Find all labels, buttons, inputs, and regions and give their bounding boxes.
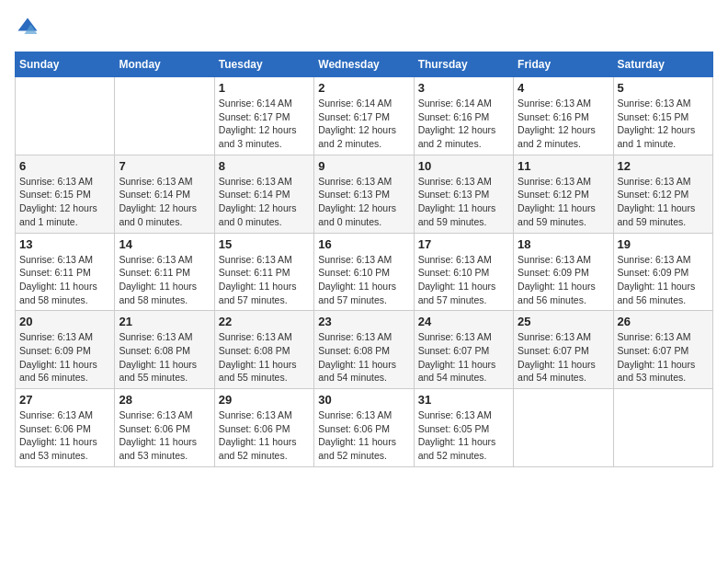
calendar-cell: 21Sunrise: 6:13 AM Sunset: 6:08 PM Dayli…	[115, 311, 214, 389]
day-number: 12	[618, 159, 709, 173]
header-day-friday: Friday	[514, 52, 613, 77]
day-number: 8	[219, 159, 310, 173]
day-detail: Sunrise: 6:13 AM Sunset: 6:09 PM Dayligh…	[518, 253, 609, 307]
day-detail: Sunrise: 6:13 AM Sunset: 6:11 PM Dayligh…	[219, 253, 310, 307]
day-detail: Sunrise: 6:13 AM Sunset: 6:07 PM Dayligh…	[418, 330, 509, 385]
day-number: 14	[119, 237, 210, 251]
header-day-monday: Monday	[115, 52, 214, 77]
day-detail: Sunrise: 6:13 AM Sunset: 6:06 PM Dayligh…	[318, 408, 409, 463]
logo-icon	[15, 15, 40, 40]
day-number: 25	[518, 315, 609, 328]
day-number: 17	[418, 237, 509, 251]
calendar-cell: 7Sunrise: 6:13 AM Sunset: 6:14 PM Daylig…	[115, 155, 214, 233]
svg-marker-0	[18, 18, 38, 31]
calendar-cell: 27Sunrise: 6:13 AM Sunset: 6:06 PM Dayli…	[16, 389, 115, 467]
calendar-cell: 14Sunrise: 6:13 AM Sunset: 6:11 PM Dayli…	[115, 233, 214, 311]
day-detail: Sunrise: 6:13 AM Sunset: 6:08 PM Dayligh…	[219, 330, 310, 385]
day-detail: Sunrise: 6:13 AM Sunset: 6:13 PM Dayligh…	[418, 175, 509, 229]
calendar-cell: 9Sunrise: 6:13 AM Sunset: 6:13 PM Daylig…	[314, 155, 414, 233]
day-detail: Sunrise: 6:13 AM Sunset: 6:10 PM Dayligh…	[318, 253, 409, 307]
calendar-cell: 10Sunrise: 6:13 AM Sunset: 6:13 PM Dayli…	[414, 155, 513, 233]
day-detail: Sunrise: 6:14 AM Sunset: 6:17 PM Dayligh…	[318, 97, 409, 151]
day-detail: Sunrise: 6:13 AM Sunset: 6:11 PM Dayligh…	[119, 253, 210, 307]
day-detail: Sunrise: 6:13 AM Sunset: 6:07 PM Dayligh…	[618, 330, 709, 385]
day-detail: Sunrise: 6:14 AM Sunset: 6:16 PM Dayligh…	[418, 97, 509, 151]
day-number: 15	[219, 237, 310, 251]
calendar-cell: 5Sunrise: 6:13 AM Sunset: 6:15 PM Daylig…	[613, 77, 712, 155]
calendar-cell: 16Sunrise: 6:13 AM Sunset: 6:10 PM Dayli…	[314, 233, 414, 311]
calendar-cell: 1Sunrise: 6:14 AM Sunset: 6:17 PM Daylig…	[214, 77, 313, 155]
day-detail: Sunrise: 6:13 AM Sunset: 6:14 PM Dayligh…	[219, 175, 310, 229]
day-number: 18	[518, 237, 609, 251]
calendar-header: SundayMondayTuesdayWednesdayThursdayFrid…	[16, 52, 713, 77]
header-row: SundayMondayTuesdayWednesdayThursdayFrid…	[16, 52, 713, 77]
day-number: 7	[119, 159, 210, 173]
header-day-saturday: Saturday	[613, 52, 712, 77]
day-number: 24	[418, 315, 509, 328]
week-row-2: 13Sunrise: 6:13 AM Sunset: 6:11 PM Dayli…	[16, 233, 713, 311]
day-detail: Sunrise: 6:13 AM Sunset: 6:10 PM Dayligh…	[418, 253, 509, 307]
day-detail: Sunrise: 6:13 AM Sunset: 6:11 PM Dayligh…	[19, 253, 110, 307]
calendar-cell: 26Sunrise: 6:13 AM Sunset: 6:07 PM Dayli…	[613, 311, 712, 389]
day-number: 4	[518, 81, 609, 95]
week-row-4: 27Sunrise: 6:13 AM Sunset: 6:06 PM Dayli…	[16, 389, 713, 467]
day-detail: Sunrise: 6:13 AM Sunset: 6:07 PM Dayligh…	[518, 330, 609, 385]
calendar-cell: 15Sunrise: 6:13 AM Sunset: 6:11 PM Dayli…	[214, 233, 313, 311]
day-number: 26	[618, 315, 709, 328]
day-detail: Sunrise: 6:13 AM Sunset: 6:06 PM Dayligh…	[19, 408, 110, 463]
day-detail: Sunrise: 6:13 AM Sunset: 6:13 PM Dayligh…	[318, 175, 409, 229]
calendar-table: SundayMondayTuesdayWednesdayThursdayFrid…	[15, 52, 713, 467]
calendar-cell: 3Sunrise: 6:14 AM Sunset: 6:16 PM Daylig…	[414, 77, 513, 155]
day-detail: Sunrise: 6:13 AM Sunset: 6:14 PM Dayligh…	[119, 175, 210, 229]
day-detail: Sunrise: 6:13 AM Sunset: 6:08 PM Dayligh…	[119, 330, 210, 385]
week-row-1: 6Sunrise: 6:13 AM Sunset: 6:15 PM Daylig…	[16, 155, 713, 233]
calendar-cell	[115, 77, 214, 155]
day-number: 16	[318, 237, 409, 251]
day-number: 1	[219, 81, 310, 95]
calendar-cell: 17Sunrise: 6:13 AM Sunset: 6:10 PM Dayli…	[414, 233, 513, 311]
calendar-cell: 28Sunrise: 6:13 AM Sunset: 6:06 PM Dayli…	[115, 389, 214, 467]
calendar-cell: 2Sunrise: 6:14 AM Sunset: 6:17 PM Daylig…	[314, 77, 414, 155]
day-number: 21	[119, 315, 210, 328]
day-detail: Sunrise: 6:13 AM Sunset: 6:06 PM Dayligh…	[119, 408, 210, 463]
calendar-cell	[16, 77, 115, 155]
day-number: 6	[19, 159, 110, 173]
day-number: 30	[318, 393, 409, 407]
day-number: 10	[418, 159, 509, 173]
page-header	[15, 15, 713, 40]
calendar-cell: 20Sunrise: 6:13 AM Sunset: 6:09 PM Dayli…	[16, 311, 115, 389]
day-number: 19	[618, 237, 709, 251]
header-day-sunday: Sunday	[16, 52, 115, 77]
calendar-cell: 31Sunrise: 6:13 AM Sunset: 6:05 PM Dayli…	[414, 389, 513, 467]
day-detail: Sunrise: 6:14 AM Sunset: 6:17 PM Dayligh…	[219, 97, 310, 151]
week-row-3: 20Sunrise: 6:13 AM Sunset: 6:09 PM Dayli…	[16, 311, 713, 389]
calendar-cell: 8Sunrise: 6:13 AM Sunset: 6:14 PM Daylig…	[214, 155, 313, 233]
day-detail: Sunrise: 6:13 AM Sunset: 6:16 PM Dayligh…	[518, 97, 609, 151]
day-number: 27	[19, 393, 110, 407]
day-number: 28	[119, 393, 210, 407]
calendar-cell: 22Sunrise: 6:13 AM Sunset: 6:08 PM Dayli…	[214, 311, 313, 389]
calendar-cell: 18Sunrise: 6:13 AM Sunset: 6:09 PM Dayli…	[514, 233, 613, 311]
calendar-cell: 25Sunrise: 6:13 AM Sunset: 6:07 PM Dayli…	[514, 311, 613, 389]
header-day-wednesday: Wednesday	[314, 52, 414, 77]
day-number: 23	[318, 315, 409, 328]
calendar-cell: 24Sunrise: 6:13 AM Sunset: 6:07 PM Dayli…	[414, 311, 513, 389]
day-detail: Sunrise: 6:13 AM Sunset: 6:15 PM Dayligh…	[19, 175, 110, 229]
calendar-cell	[613, 389, 712, 467]
day-number: 2	[318, 81, 409, 95]
day-number: 31	[418, 393, 509, 407]
day-number: 11	[518, 159, 609, 173]
day-number: 3	[418, 81, 509, 95]
day-number: 9	[318, 159, 409, 173]
calendar-cell: 4Sunrise: 6:13 AM Sunset: 6:16 PM Daylig…	[514, 77, 613, 155]
week-row-0: 1Sunrise: 6:14 AM Sunset: 6:17 PM Daylig…	[16, 77, 713, 155]
calendar-cell: 6Sunrise: 6:13 AM Sunset: 6:15 PM Daylig…	[16, 155, 115, 233]
header-day-thursday: Thursday	[414, 52, 513, 77]
day-number: 29	[219, 393, 310, 407]
day-detail: Sunrise: 6:13 AM Sunset: 6:06 PM Dayligh…	[219, 408, 310, 463]
header-day-tuesday: Tuesday	[214, 52, 313, 77]
day-number: 5	[618, 81, 709, 95]
calendar-cell: 12Sunrise: 6:13 AM Sunset: 6:12 PM Dayli…	[613, 155, 712, 233]
calendar-cell: 13Sunrise: 6:13 AM Sunset: 6:11 PM Dayli…	[16, 233, 115, 311]
day-detail: Sunrise: 6:13 AM Sunset: 6:09 PM Dayligh…	[19, 330, 110, 385]
